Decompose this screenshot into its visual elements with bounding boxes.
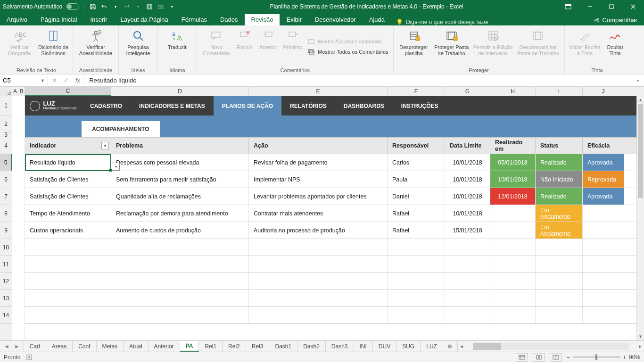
sheet-tab-SUG[interactable]: SUG <box>396 341 421 352</box>
table-row[interactable] <box>25 273 636 290</box>
tab-formulas[interactable]: Fórmulas <box>175 14 214 25</box>
nav-relatorios[interactable]: RELATÓRIOS <box>281 96 335 115</box>
sheet-tab-PA[interactable]: PA <box>180 341 199 352</box>
row-4[interactable]: 4 <box>0 137 12 154</box>
scroll-up-icon[interactable]: ▲ <box>637 96 644 104</box>
tab-help[interactable]: Ajuda <box>363 14 391 25</box>
minimize-button[interactable] <box>579 0 601 13</box>
table-row[interactable]: Custos operacionaisAumento de custos de … <box>25 222 636 239</box>
th-acao[interactable]: Ação <box>249 138 388 154</box>
col-B[interactable]: B <box>18 87 25 96</box>
zoom-level[interactable]: 90% <box>629 354 640 361</box>
sheet-tab-Rel3[interactable]: Rel3 <box>246 341 270 352</box>
col-E[interactable]: E <box>249 87 388 96</box>
sheet-tab-Rel1[interactable]: Rel1 <box>199 341 223 352</box>
col-G[interactable]: G <box>445 87 490 96</box>
row-13[interactable]: 13 <box>0 290 12 307</box>
unshare-workbook-button[interactable]: Descompartilhar Pasta de Trabalho <box>515 27 561 66</box>
row-10[interactable]: 10 <box>0 239 12 256</box>
scroll-down-icon[interactable]: ▼ <box>637 333 644 340</box>
autosave-toggle[interactable] <box>66 3 79 10</box>
row-12[interactable]: 12 <box>0 273 12 290</box>
spellcheck-button[interactable]: ABCVerificar Ortografia <box>3 27 36 66</box>
tab-layout[interactable]: Layout da Página <box>114 14 175 25</box>
sheet-tab-Dash1[interactable]: Dash1 <box>269 341 297 352</box>
tab-developer[interactable]: Desenvolvedor <box>308 14 363 25</box>
nav-indicadores[interactable]: INDICADORES E METAS <box>131 96 214 115</box>
normal-view-button[interactable] <box>516 353 528 362</box>
row-11[interactable]: 11 <box>0 256 12 273</box>
fx-icon[interactable]: fx <box>75 77 80 84</box>
smart-lookup-button[interactable]: Pesquisa Inteligente <box>122 27 155 66</box>
col-F[interactable]: F <box>388 87 445 96</box>
hscroll-left-icon[interactable]: ◄ <box>458 344 465 349</box>
redo-icon[interactable] <box>123 3 131 10</box>
qat-customize-icon[interactable]: ▾ <box>168 3 176 10</box>
sheet-tab-Dash3[interactable]: Dash3 <box>326 341 354 352</box>
sheet-tab-DUV[interactable]: DUV <box>373 341 396 352</box>
row-14[interactable]: 14 <box>0 307 12 324</box>
th-indicador[interactable]: Indicador▾ <box>25 138 111 154</box>
scroll-thumb[interactable] <box>638 104 643 198</box>
row-5[interactable]: 5 <box>0 154 12 171</box>
redo-dropdown-icon[interactable]: ▾ <box>134 3 142 10</box>
table-row[interactable]: Tempo de AtendimentoReclamação por demor… <box>25 205 636 222</box>
th-problema[interactable]: Problema <box>111 138 249 154</box>
grid[interactable]: LUZPlanilhas Empresariais CADASTRO INDIC… <box>12 96 636 340</box>
col-C[interactable]: C <box>25 87 111 96</box>
th-status[interactable]: Status <box>536 138 583 154</box>
page-layout-view-button[interactable] <box>533 353 545 362</box>
share-button[interactable]: Compartilhar <box>586 15 644 25</box>
translate-button[interactable]: aあTraduzir <box>161 27 194 66</box>
horizontal-scrollbar[interactable]: ◄ ► <box>457 341 644 352</box>
tab-view[interactable]: Exibir <box>280 14 308 25</box>
tab-file[interactable]: Arquivo <box>0 14 34 25</box>
hscroll-thumb[interactable] <box>473 343 501 350</box>
sheet-tab-Dash2[interactable]: Dash2 <box>297 341 326 352</box>
nav-instrucoes[interactable]: INSTRUÇÕES <box>393 96 447 115</box>
sheet-prev-icon[interactable]: ◄ <box>4 343 9 350</box>
name-box[interactable]: C5▼ <box>0 74 48 86</box>
row-8[interactable]: 8 <box>0 205 12 222</box>
sheet-tab-LUZ[interactable]: LUZ <box>421 341 443 352</box>
sheet-tab-Atual[interactable]: Atual <box>124 341 148 352</box>
sheet-tab-Cad[interactable]: Cad <box>24 341 46 352</box>
next-comment-button[interactable]: Próximo <box>281 27 305 66</box>
sheet-tab-Anterior[interactable]: Anterior <box>149 341 180 352</box>
thesaurus-button[interactable]: Dicionário de Sinônimos <box>37 27 70 66</box>
formula-input[interactable]: Resultado líquido <box>84 74 632 86</box>
row-6[interactable]: 6 <box>0 171 12 188</box>
sheet-tab-Areas[interactable]: Areas <box>46 341 73 352</box>
show-all-comments-button[interactable]: Mostrar Todos os Comentários <box>305 48 390 57</box>
hide-ink-button[interactable]: Ocultar Tinta <box>603 27 627 66</box>
table-row[interactable] <box>25 307 636 324</box>
tab-home[interactable]: Página Inicial <box>34 14 83 25</box>
save-icon[interactable] <box>89 3 97 10</box>
unprotect-sheet-button[interactable]: Desproteger planilha <box>396 27 431 66</box>
tab-insert[interactable]: Inserir <box>83 14 114 25</box>
table-row[interactable] <box>25 239 636 256</box>
zoom-out-icon[interactable]: − <box>567 354 570 361</box>
nav-dashboards[interactable]: DASHBOARDS <box>335 96 393 115</box>
hscroll-right-icon[interactable]: ► <box>636 344 644 349</box>
th-realizado[interactable]: Realizado em <box>490 138 536 154</box>
maximize-button[interactable] <box>601 0 622 13</box>
nav-cadastro[interactable]: CADASTRO <box>82 96 131 115</box>
chevron-down-icon[interactable]: ▼ <box>41 78 45 83</box>
page-break-view-button[interactable] <box>550 353 562 362</box>
zoom-slider[interactable] <box>573 356 620 358</box>
undo-icon[interactable] <box>100 3 108 10</box>
undo-dropdown-icon[interactable]: ▾ <box>112 3 119 10</box>
tab-data[interactable]: Dados <box>214 14 245 25</box>
table-row[interactable] <box>25 290 636 307</box>
delete-comment-button[interactable]: Excluir <box>234 27 256 66</box>
tab-review[interactable]: Revisão <box>245 14 280 25</box>
accessibility-button[interactable]: Verificar Acessibilidade <box>76 27 116 66</box>
row-7[interactable]: 7 <box>0 188 12 205</box>
allow-edit-ranges-button[interactable]: Permitir a Edição de Intervalos <box>472 27 514 66</box>
sheet-tab-INI[interactable]: INI <box>354 341 373 352</box>
col-D[interactable]: D <box>111 87 249 96</box>
subtab-acompanhamento[interactable]: ACOMPANHAMENTO <box>82 121 160 137</box>
th-eficacia[interactable]: Eficácia <box>583 138 624 154</box>
vertical-scrollbar[interactable]: ▲ ▼ <box>636 96 644 340</box>
